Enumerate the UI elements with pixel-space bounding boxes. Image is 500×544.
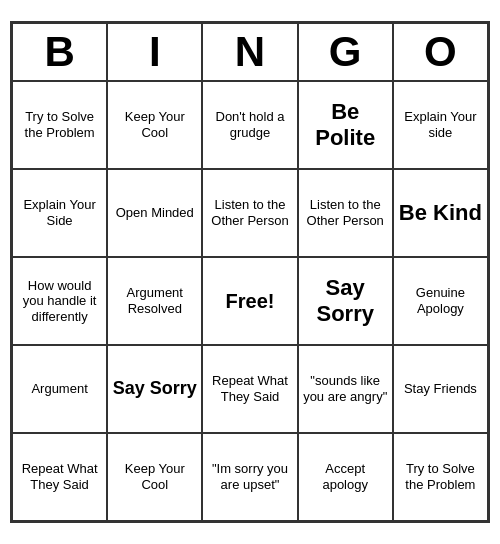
bingo-grid: Try to Solve the ProblemKeep Your CoolDo… [12,81,488,521]
bingo-cell-16: Say Sorry [107,345,202,433]
bingo-cell-8: Listen to the Other Person [298,169,393,257]
bingo-cell-0: Try to Solve the Problem [12,81,107,169]
bingo-cell-20: Repeat What They Said [12,433,107,521]
bingo-cell-11: Argument Resolved [107,257,202,345]
header-letter-o: O [393,23,488,81]
bingo-cell-15: Argument [12,345,107,433]
bingo-cell-1: Keep Your Cool [107,81,202,169]
bingo-cell-2: Don't hold a grudge [202,81,297,169]
bingo-cell-22: "Im sorry you are upset" [202,433,297,521]
bingo-cell-24: Try to Solve the Problem [393,433,488,521]
bingo-cell-5: Explain Your Side [12,169,107,257]
header-letter-b: B [12,23,107,81]
bingo-cell-19: Stay Friends [393,345,488,433]
bingo-header: BINGO [12,23,488,81]
header-letter-g: G [298,23,393,81]
header-letter-n: N [202,23,297,81]
bingo-cell-17: Repeat What They Said [202,345,297,433]
bingo-cell-21: Keep Your Cool [107,433,202,521]
bingo-cell-14: Genuine Apology [393,257,488,345]
bingo-cell-4: Explain Your side [393,81,488,169]
bingo-cell-23: Accept apology [298,433,393,521]
bingo-cell-6: Open Minded [107,169,202,257]
bingo-cell-10: How would you handle it differently [12,257,107,345]
header-letter-i: I [107,23,202,81]
bingo-card: BINGO Try to Solve the ProblemKeep Your … [10,21,490,523]
bingo-cell-9: Be Kind [393,169,488,257]
bingo-cell-13: Say Sorry [298,257,393,345]
bingo-cell-18: "sounds like you are angry" [298,345,393,433]
bingo-cell-7: Listen to the Other Person [202,169,297,257]
bingo-cell-3: Be Polite [298,81,393,169]
bingo-cell-12: Free! [202,257,297,345]
